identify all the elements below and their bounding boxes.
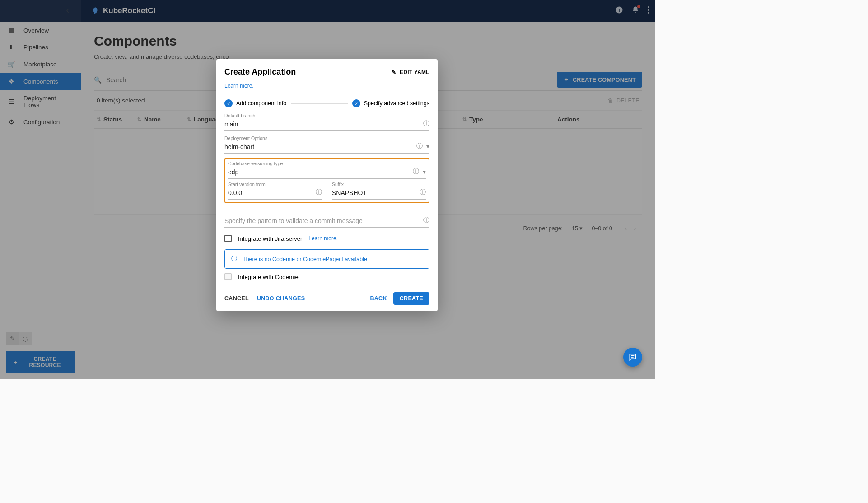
field-label: Codebase versioning type bbox=[228, 161, 283, 166]
create-button[interactable]: CREATE bbox=[393, 292, 429, 305]
step-number: 2 bbox=[352, 99, 360, 107]
field-value: 0.0.0 bbox=[228, 188, 322, 199]
codebase-versioning-field[interactable]: Codebase versioning type edp ⓘ▾ bbox=[228, 161, 426, 179]
pencil-icon: ✎ bbox=[392, 69, 396, 75]
suffix-field[interactable]: Suffix SNAPSHOT ⓘ bbox=[332, 182, 426, 200]
info-icon[interactable]: ⓘ bbox=[413, 168, 419, 176]
field-label: Start version from bbox=[228, 182, 266, 187]
dialog-title: Create Application bbox=[224, 67, 296, 77]
codemie-label: Integrate with Codemie bbox=[238, 274, 299, 280]
commit-pattern-field[interactable]: Specify the pattern to validate a commit… bbox=[224, 210, 429, 228]
learn-more-link[interactable]: Learn more. bbox=[224, 83, 254, 89]
chevron-down-icon[interactable]: ▾ bbox=[423, 168, 426, 175]
start-version-field[interactable]: Start version from 0.0.0 ⓘ bbox=[228, 182, 322, 200]
field-value: main bbox=[224, 119, 429, 130]
step-2[interactable]: 2Specify advanced settings bbox=[352, 99, 429, 107]
alert-text: There is no Codemie or CodemieProject av… bbox=[243, 256, 367, 262]
check-icon: ✓ bbox=[224, 99, 233, 107]
field-value: edp bbox=[228, 167, 426, 178]
field-placeholder: Specify the pattern to validate a commit… bbox=[224, 216, 429, 227]
info-icon[interactable]: ⓘ bbox=[423, 120, 429, 128]
chevron-down-icon[interactable]: ▾ bbox=[426, 143, 429, 150]
jira-learn-more-link[interactable]: Learn more. bbox=[308, 235, 338, 242]
info-icon[interactable]: ⓘ bbox=[420, 188, 426, 196]
versioning-highlight: Codebase versioning type edp ⓘ▾ Start ve… bbox=[224, 158, 429, 203]
undo-changes-button[interactable]: UNDO CHANGES bbox=[257, 295, 305, 302]
chat-icon bbox=[628, 353, 637, 362]
field-label: Default branch bbox=[224, 113, 255, 118]
create-application-dialog: Create Application ✎EDIT YAML Learn more… bbox=[216, 59, 438, 311]
codemie-checkbox bbox=[224, 273, 232, 280]
cancel-button[interactable]: CANCEL bbox=[224, 295, 249, 302]
field-value: SNAPSHOT bbox=[332, 188, 426, 199]
deployment-options-field[interactable]: Deployment Options helm-chart ⓘ▾ bbox=[224, 135, 429, 154]
field-label: Deployment Options bbox=[224, 135, 267, 141]
info-icon[interactable]: ⓘ bbox=[316, 188, 322, 196]
codemie-alert: ⓘ There is no Codemie or CodemieProject … bbox=[224, 249, 429, 269]
edit-yaml-button[interactable]: ✎EDIT YAML bbox=[392, 69, 429, 75]
info-icon[interactable]: ⓘ bbox=[423, 216, 429, 224]
jira-checkbox[interactable] bbox=[224, 235, 232, 242]
back-button[interactable]: BACK bbox=[370, 295, 387, 302]
info-icon[interactable]: ⓘ bbox=[416, 142, 423, 150]
stepper: ✓Add component info 2Specify advanced se… bbox=[224, 99, 429, 107]
default-branch-field[interactable]: Default branch main ⓘ bbox=[224, 113, 429, 131]
field-label: Suffix bbox=[332, 182, 344, 187]
field-value: helm-chart bbox=[224, 142, 429, 153]
info-icon: ⓘ bbox=[231, 255, 237, 263]
step-1[interactable]: ✓Add component info bbox=[224, 99, 286, 107]
jira-label: Integrate with Jira server bbox=[238, 235, 302, 242]
chat-fab[interactable] bbox=[623, 348, 642, 367]
